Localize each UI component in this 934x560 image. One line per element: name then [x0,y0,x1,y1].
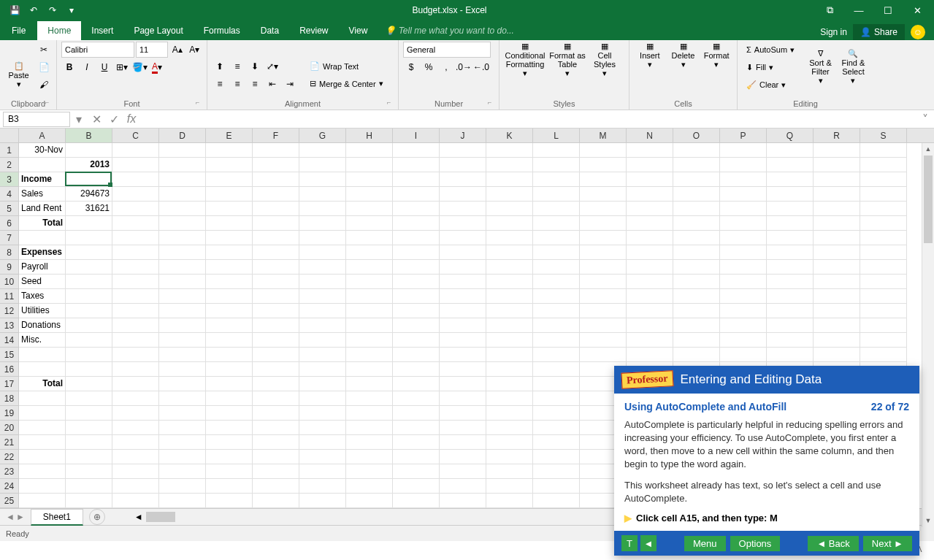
cell-A12[interactable]: Utilities [19,304,66,318]
cell-B9[interactable] [66,260,112,275]
cell-C8[interactable] [112,245,159,260]
cell-C13[interactable] [112,318,159,333]
cell-E8[interactable] [206,245,253,260]
increase-indent-button[interactable]: ⇥ [282,76,298,92]
cell-J8[interactable] [440,245,486,260]
tutor-menu-button[interactable]: Menu [684,536,726,551]
cell-H13[interactable] [346,318,393,333]
cell-G15[interactable] [299,348,346,362]
cell-E6[interactable] [206,216,253,231]
cell-S13[interactable] [860,318,907,333]
row-header-22[interactable]: 22 [0,450,19,464]
cell-N4[interactable] [627,187,673,202]
cell-Q6[interactable] [767,216,814,231]
cell-D12[interactable] [159,304,206,318]
cell-Q8[interactable] [767,245,814,260]
cell-P14[interactable] [720,333,767,348]
cell-D25[interactable] [159,494,206,508]
cell-A23[interactable] [19,464,66,479]
cell-F6[interactable] [253,216,299,231]
cell-G13[interactable] [299,318,346,333]
cell-M4[interactable] [580,187,627,202]
cell-D23[interactable] [159,464,206,479]
align-right-button[interactable]: ≡ [247,76,263,92]
cell-G6[interactable] [299,216,346,231]
cell-M15[interactable] [580,348,627,362]
cell-H7[interactable] [346,231,393,245]
cell-E3[interactable] [206,172,253,187]
cell-F3[interactable] [253,172,299,187]
col-header-A[interactable]: A [19,129,66,142]
merge-center-button[interactable]: ⊟ Merge & Center ▾ [305,76,388,92]
cell-J19[interactable] [440,406,486,421]
cell-D17[interactable] [159,377,206,391]
hscroll-thumb[interactable] [146,512,175,522]
cell-Q5[interactable] [767,202,814,216]
format-cells-button[interactable]: ▦Format ▾ [700,42,732,69]
cell-I23[interactable] [393,464,440,479]
bold-button[interactable]: B [61,59,77,75]
cell-F7[interactable] [253,231,299,245]
cell-B3[interactable] [66,172,112,187]
cell-B7[interactable] [66,231,112,245]
cell-K21[interactable] [486,435,533,450]
cell-H17[interactable] [346,377,393,391]
cell-H8[interactable] [346,245,393,260]
name-box-dropdown[interactable]: ▾ [70,110,88,128]
cell-H16[interactable] [346,362,393,377]
cell-D6[interactable] [159,216,206,231]
wrap-text-button[interactable]: 📄 Wrap Text [305,58,388,74]
cell-H22[interactable] [346,450,393,464]
cell-B8[interactable] [66,245,112,260]
cell-C16[interactable] [112,362,159,377]
cell-G16[interactable] [299,362,346,377]
cell-S8[interactable] [860,245,907,260]
cell-C21[interactable] [112,435,159,450]
cell-R5[interactable] [814,202,860,216]
row-header-12[interactable]: 12 [0,304,19,318]
cell-Q3[interactable] [767,172,814,187]
cell-J7[interactable] [440,231,486,245]
undo-button[interactable]: ↶ [25,1,42,19]
cell-B1[interactable] [66,143,112,158]
cell-I20[interactable] [393,421,440,435]
cell-B25[interactable] [66,494,112,508]
cell-B16[interactable] [66,362,112,377]
tab-file[interactable]: File [0,21,37,40]
paste-button[interactable]: 📋Paste ▾ [4,42,33,108]
cell-G17[interactable] [299,377,346,391]
tell-me-search[interactable]: 💡 Tell me what you want to do... [378,21,820,40]
cell-O1[interactable] [673,143,720,158]
cell-A7[interactable] [19,231,66,245]
cell-D1[interactable] [159,143,206,158]
cell-R9[interactable] [814,260,860,275]
cell-J3[interactable] [440,172,486,187]
row-header-10[interactable]: 10 [0,275,19,289]
cell-I1[interactable] [393,143,440,158]
cell-Q10[interactable] [767,275,814,289]
cell-M2[interactable] [580,158,627,172]
cell-O5[interactable] [673,202,720,216]
cell-N7[interactable] [627,231,673,245]
cell-K18[interactable] [486,391,533,406]
cell-Q11[interactable] [767,289,814,304]
cell-I11[interactable] [393,289,440,304]
cell-F20[interactable] [253,421,299,435]
cell-L5[interactable] [533,202,580,216]
copy-button[interactable]: 📄 [36,59,52,75]
cell-O4[interactable] [673,187,720,202]
cell-C23[interactable] [112,464,159,479]
cell-K17[interactable] [486,377,533,391]
cell-M3[interactable] [580,172,627,187]
cancel-icon[interactable]: ✕ [88,110,105,128]
cell-G24[interactable] [299,479,346,494]
cell-O14[interactable] [673,333,720,348]
decrease-indent-button[interactable]: ⇤ [264,76,280,92]
cell-K5[interactable] [486,202,533,216]
cell-Q15[interactable] [767,348,814,362]
cell-L9[interactable] [533,260,580,275]
font-size-combo[interactable] [136,42,168,58]
cell-E11[interactable] [206,289,253,304]
new-sheet-button[interactable]: ⊕ [89,509,105,525]
cell-G21[interactable] [299,435,346,450]
